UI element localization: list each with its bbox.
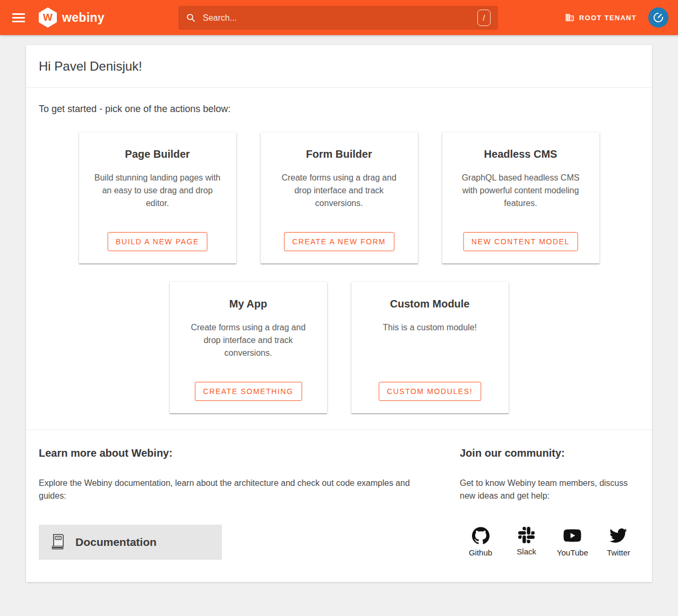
power-avatar-icon xyxy=(649,8,667,27)
card-my-app: My App Create forms using a drag and dro… xyxy=(170,282,327,413)
page: W webiny / ROOT TENANT xyxy=(0,0,678,616)
main-panel: Hi Pavel Denisjuk! To get started - pick… xyxy=(26,45,652,582)
card-headless-cms: Headless CMS GraphQL based headless CMS … xyxy=(442,132,599,263)
create-something-button[interactable]: CREATE SOMETHING xyxy=(194,382,302,401)
build-new-page-button[interactable]: BUILD A NEW PAGE xyxy=(107,232,208,251)
building-icon xyxy=(565,13,574,22)
card-custom-module: Custom Module This is a custom module! C… xyxy=(351,282,509,413)
twitter-icon xyxy=(610,527,627,544)
github-label: Github xyxy=(469,548,492,557)
create-new-form-button[interactable]: CREATE A NEW FORM xyxy=(284,232,394,251)
footer-section: Learn more about Webiny: Explore the Web… xyxy=(26,430,652,582)
twitter-label: Twitter xyxy=(607,548,630,557)
logo-letter: W xyxy=(43,12,53,23)
community-heading: Join our community: xyxy=(460,447,639,459)
card-description: GraphQL based headless CMS with powerful… xyxy=(457,172,585,210)
community-text: Get to know Webiny team members, discuss… xyxy=(460,477,639,502)
learn-more-text: Explore the Webiny documentation, learn … xyxy=(39,477,423,502)
youtube-link[interactable]: YouTube xyxy=(553,527,592,557)
user-avatar[interactable] xyxy=(648,7,668,28)
cards-row-1: Page Builder Build stunning landing page… xyxy=(39,132,639,263)
card-description: Create forms using a drag and drop inter… xyxy=(276,172,403,210)
search-input[interactable] xyxy=(203,13,477,23)
book-icon xyxy=(49,533,66,551)
learn-more-column: Learn more about Webiny: Explore the Web… xyxy=(39,447,423,560)
webiny-hexagon-icon: W xyxy=(39,7,57,28)
social-links: Github Slack YouTube xyxy=(460,527,639,557)
github-link[interactable]: Github xyxy=(461,527,500,557)
search-icon xyxy=(186,13,196,23)
greeting-title: Hi Pavel Denisjuk! xyxy=(39,59,639,74)
tenant-label: ROOT TENANT xyxy=(579,14,637,22)
tenant-selector[interactable]: ROOT TENANT xyxy=(565,13,637,22)
cards-row-2: My App Create forms using a drag and dro… xyxy=(39,282,639,413)
community-column: Join our community: Get to know Webiny t… xyxy=(460,447,639,560)
hamburger-menu-icon[interactable] xyxy=(12,11,25,24)
webiny-logo[interactable]: W webiny xyxy=(39,7,105,28)
card-title: Headless CMS xyxy=(457,148,585,160)
get-started-intro: To get started - pick one of the actions… xyxy=(39,104,639,115)
youtube-label: YouTube xyxy=(557,548,588,557)
github-icon xyxy=(472,527,490,544)
card-description: Create forms using a drag and drop inter… xyxy=(185,321,312,360)
top-app-bar: W webiny / ROOT TENANT xyxy=(0,0,678,35)
card-page-builder: Page Builder Build stunning landing page… xyxy=(79,132,236,263)
card-description: Build stunning landing pages with an eas… xyxy=(94,172,221,210)
welcome-section: Hi Pavel Denisjuk! xyxy=(26,45,652,88)
brand-wordmark: webiny xyxy=(62,11,105,25)
card-title: My App xyxy=(185,298,312,310)
card-description: This is a custom module! xyxy=(366,321,494,334)
documentation-button[interactable]: Documentation xyxy=(39,525,222,560)
get-started-section: To get started - pick one of the actions… xyxy=(26,88,652,430)
card-title: Custom Module xyxy=(366,298,494,310)
card-form-builder: Form Builder Create forms using a drag a… xyxy=(261,132,418,263)
custom-modules-button[interactable]: CUSTOM MODULES! xyxy=(379,382,481,401)
slack-icon xyxy=(518,527,535,543)
card-title: Form Builder xyxy=(276,148,403,160)
slack-link[interactable]: Slack xyxy=(507,527,546,557)
slack-label: Slack xyxy=(517,547,536,556)
youtube-icon xyxy=(563,527,581,544)
new-content-model-button[interactable]: NEW CONTENT MODEL xyxy=(463,232,578,251)
documentation-label: Documentation xyxy=(75,536,157,549)
learn-more-heading: Learn more about Webiny: xyxy=(39,447,423,459)
header-right-group: ROOT TENANT xyxy=(565,7,668,28)
twitter-link[interactable]: Twitter xyxy=(599,527,638,557)
slash-shortcut-badge: / xyxy=(477,10,491,26)
search-bar: / xyxy=(178,6,498,30)
card-title: Page Builder xyxy=(94,148,221,160)
